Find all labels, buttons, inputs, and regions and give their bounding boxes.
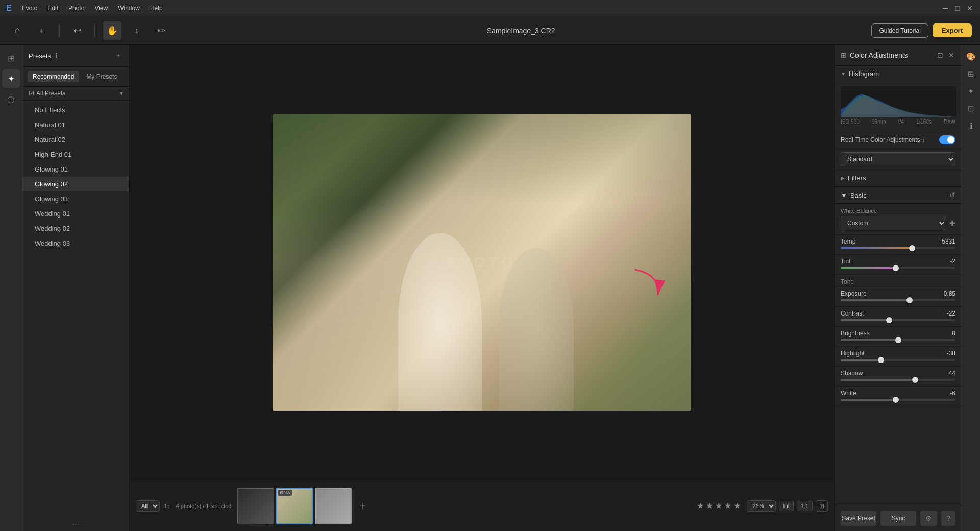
hand-tool-btn[interactable]: ✋ [103, 21, 121, 40]
preset-glowing-03[interactable]: Glowing 03 [22, 191, 129, 206]
contrast-slider-section: Contrast -22 [835, 307, 962, 327]
star-3[interactable]: ★ [715, 501, 722, 511]
maximize-btn[interactable]: □ [953, 4, 962, 12]
basic-reset-btn[interactable]: ↺ [949, 191, 955, 199]
preset-glowing-01[interactable]: Glowing 01 [22, 162, 129, 177]
home-btn[interactable]: ⌂ [8, 21, 27, 40]
shadow-slider-track[interactable] [841, 379, 955, 381]
preset-no-effects[interactable]: No Effects [22, 103, 129, 117]
preset-high-end-01[interactable]: High-End 01 [22, 147, 129, 162]
all-presets-chevron-icon[interactable]: ▾ [120, 90, 123, 97]
tint-row: Tint -2 [841, 258, 955, 265]
photo-canvas[interactable]: EVOTO [130, 45, 834, 480]
panel-layout-btn[interactable]: ⊡ [936, 50, 944, 60]
file-name: SampleImage_3.CR2 [487, 27, 555, 35]
star-2[interactable]: ★ [706, 501, 713, 511]
temp-slider-thumb[interactable] [909, 245, 915, 251]
real-time-toggle[interactable] [939, 135, 955, 144]
histogram-section-header[interactable]: ▼ Histogram [835, 66, 962, 82]
shadow-slider-thumb[interactable] [912, 377, 918, 383]
preset-natural-01[interactable]: Natural 01 [22, 117, 129, 132]
white-slider-track[interactable] [841, 399, 955, 401]
highlight-slider-track[interactable] [841, 359, 955, 361]
thumb-1[interactable] [237, 488, 274, 524]
brightness-value: 0 [940, 330, 955, 337]
panel-settings-btn[interactable]: ⚙ [920, 511, 937, 526]
star-1[interactable]: ★ [697, 501, 704, 511]
arrow-tool-btn[interactable]: ↕ [128, 21, 146, 40]
panel-help-btn[interactable]: ? [941, 511, 955, 526]
thumb-2[interactable]: RAW [276, 488, 313, 524]
menu-view[interactable]: View [92, 4, 110, 13]
zoom-1-1-btn[interactable]: 1:1 [797, 501, 813, 511]
titlebar-menu: Evoto Edit Photo View Window Help [20, 4, 165, 13]
filmstrip-thumbs: RAW ＋ [237, 488, 697, 524]
undo-btn[interactable]: ↩ [68, 21, 86, 40]
presets-add-btn[interactable]: ＋ [114, 50, 123, 61]
exposure-value: 0.85 [940, 290, 955, 297]
real-time-row: Real-Time Color Adjustments ℹ [835, 131, 962, 149]
menu-evoto[interactable]: Evoto [20, 4, 40, 13]
right-info-icon[interactable]: ℹ [964, 118, 979, 134]
menu-window[interactable]: Window [116, 4, 142, 13]
standard-select[interactable]: Standard Vivid Neutral Faithful [841, 152, 955, 166]
white-slider-thumb[interactable] [893, 397, 899, 403]
tab-my-presets[interactable]: My Presets [81, 71, 122, 82]
right-crop-icon[interactable]: ⊡ [964, 101, 979, 116]
preset-wedding-03[interactable]: Wedding 03 [22, 236, 129, 251]
preset-wedding-01[interactable]: Wedding 01 [22, 206, 129, 221]
minimize-btn[interactable]: ─ [941, 4, 949, 12]
close-btn[interactable]: ✕ [966, 4, 974, 12]
sidebar-history-icon[interactable]: ◷ [2, 90, 20, 108]
contrast-slider-thumb[interactable] [886, 317, 892, 323]
brightness-slider-fill [841, 339, 898, 341]
brightness-slider-section: Brightness 0 [835, 327, 962, 347]
grid-btn[interactable]: ⊞ [816, 500, 828, 512]
exposure-row: Exposure 0.85 [841, 290, 955, 297]
panel-close-btn[interactable]: ✕ [947, 50, 955, 60]
menu-edit[interactable]: Edit [45, 4, 60, 13]
sync-btn[interactable]: Sync [880, 511, 916, 526]
brush-tool-btn[interactable]: ✏ [152, 21, 170, 40]
menu-help[interactable]: Help [148, 4, 165, 13]
add-btn[interactable]: + [33, 21, 51, 40]
star-4[interactable]: ★ [724, 501, 731, 511]
right-retouch-icon[interactable]: ✦ [964, 84, 979, 99]
right-mask-icon[interactable]: ⊞ [964, 66, 979, 82]
save-preset-btn[interactable]: Save Preset [841, 511, 876, 526]
zoom-select[interactable]: 26% [747, 500, 776, 512]
sidebar-presets-icon[interactable]: ⊞ [2, 49, 20, 67]
filters-section-header[interactable]: ▶ Filters [835, 170, 962, 186]
tint-slider-thumb[interactable] [893, 265, 899, 271]
tone-header: Tone [835, 275, 962, 287]
preset-natural-02[interactable]: Natural 02 [22, 132, 129, 147]
add-photo-btn[interactable]: ＋ [358, 499, 368, 513]
presets-info-btn[interactable]: ℹ [54, 51, 59, 61]
all-presets-row[interactable]: ☑ All Presets [29, 90, 65, 97]
thumb-3[interactable] [315, 488, 352, 524]
tint-slider-track[interactable] [841, 267, 955, 269]
filter-select[interactable]: All [136, 500, 160, 512]
star-5[interactable]: ★ [733, 501, 741, 511]
sidebar-adjust-icon[interactable]: ✦ [2, 69, 20, 88]
exposure-slider-track[interactable] [841, 299, 955, 301]
histogram-mm: 96mm [872, 119, 886, 125]
tab-recommended[interactable]: Recommended [28, 71, 79, 82]
contrast-slider-track[interactable] [841, 319, 955, 321]
preset-wedding-02[interactable]: Wedding 02 [22, 221, 129, 236]
temp-slider-track[interactable] [841, 247, 955, 249]
all-presets-label: All Presets [36, 90, 65, 97]
eyedrop-btn[interactable]: ✚ [949, 219, 955, 227]
brightness-slider-track[interactable] [841, 339, 955, 341]
brightness-slider-thumb[interactable] [895, 337, 901, 343]
wb-select[interactable]: Custom Auto Daylight Cloudy [841, 216, 946, 230]
preset-glowing-02[interactable]: Glowing 02 [22, 177, 129, 191]
export-btn[interactable]: Export [933, 23, 972, 37]
highlight-slider-thumb[interactable] [878, 357, 884, 363]
fit-btn[interactable]: Fit [779, 501, 793, 511]
exposure-slider-thumb[interactable] [906, 297, 913, 303]
menu-photo[interactable]: Photo [66, 4, 86, 13]
right-color-icon[interactable]: 🎨 [964, 49, 979, 64]
filters-label: Filters [848, 174, 866, 182]
guided-tutorial-btn[interactable]: Guided Tutorial [871, 23, 928, 38]
